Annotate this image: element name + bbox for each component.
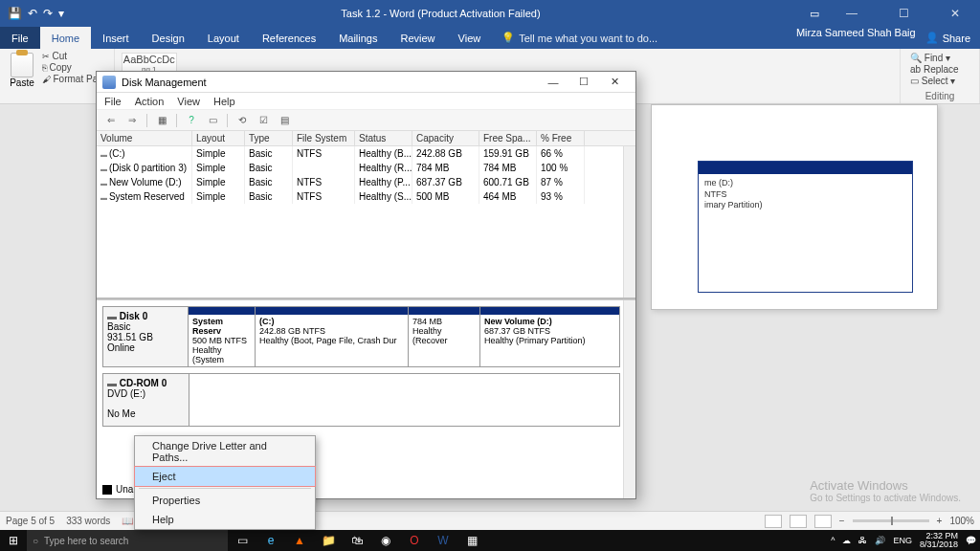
network-icon[interactable]: 🖧 (858, 536, 867, 545)
help-icon[interactable]: ? (183, 113, 200, 128)
col-header[interactable]: Layout (192, 131, 245, 145)
bulb-icon: 💡 (501, 32, 515, 44)
disk-0[interactable]: Disk 0 Basic 931.51 GB Online System Res… (102, 306, 620, 367)
dm-minimize-button[interactable]: ― (538, 77, 568, 88)
minimize-button[interactable]: ― (833, 7, 871, 20)
page-indicator[interactable]: Page 5 of 5 (6, 516, 55, 526)
opera-icon[interactable]: O (400, 534, 429, 547)
qat-more-icon[interactable]: ▾ (58, 7, 64, 20)
tab-file[interactable]: File (0, 27, 40, 49)
disk-mgmt-app-icon (102, 76, 116, 89)
tell-me-search[interactable]: 💡Tell me what you want to do... (492, 27, 667, 49)
disk-mgmt-icon[interactable]: ▦ (457, 534, 486, 547)
chrome-icon[interactable]: ◉ (371, 534, 400, 547)
back-icon[interactable]: ⇐ (102, 113, 120, 128)
col-header[interactable]: % Free (537, 131, 585, 145)
dm-title: Disk Management (122, 77, 538, 88)
action-center-icon[interactable]: 💬 (966, 536, 976, 545)
dm-close-button[interactable]: ✕ (599, 76, 630, 88)
ctx-item-change-drive-letter-and-paths-[interactable]: Change Drive Letter and Paths... (135, 436, 315, 467)
volume-row[interactable]: (C:)SimpleBasicNTFSHealthy (B...242.88 G… (97, 146, 635, 161)
dm-menubar: File Action View Help (97, 93, 635, 110)
close-button[interactable]: ✕ (936, 7, 974, 20)
tab-references[interactable]: References (251, 27, 327, 49)
tab-view[interactable]: View (447, 27, 493, 49)
tray-up-icon[interactable]: ^ (831, 536, 835, 545)
paste-button[interactable]: Paste (6, 51, 38, 101)
taskbar-search[interactable]: ○ Type here to search (27, 530, 228, 551)
refresh-icon[interactable]: ▦ (153, 113, 170, 128)
embedded-image: me (D:) NTFS imary Partition) (698, 161, 913, 293)
document-page: me (D:) NTFS imary Partition) (651, 104, 938, 310)
ctx-item-eject[interactable]: Eject (134, 466, 316, 487)
lang-indicator[interactable]: ENG (893, 536, 912, 545)
menu-file[interactable]: File (104, 96, 122, 107)
col-header[interactable]: Status (355, 131, 412, 145)
zoom-in-button[interactable]: + (937, 516, 943, 526)
col-header[interactable]: Capacity (412, 131, 479, 145)
user-name[interactable]: Mirza Sameed Shah Baig (796, 27, 916, 49)
zoom-out-button[interactable]: − (839, 516, 845, 526)
partition[interactable]: (C:)242.88 GB NTFSHealthy (Boot, Page Fi… (256, 307, 409, 366)
dm-toolbar: ⇐ ⇒ ▦ ? ▭ ⟲ ☑ ▤ (97, 110, 635, 131)
col-header[interactable]: Free Spa... (479, 131, 537, 145)
select-button[interactable]: ▭ Select ▾ (910, 76, 969, 86)
start-button[interactable]: ⊞ (0, 534, 27, 547)
list-icon[interactable]: ☑ (255, 113, 272, 128)
zoom-level[interactable]: 100% (949, 516, 974, 526)
vlc-icon[interactable]: ▲ (285, 534, 314, 547)
partition[interactable]: System Reserv500 MB NTFSHealthy (System (189, 307, 256, 366)
context-menu: Change Drive Letter and Paths...EjectPro… (134, 435, 316, 530)
store-icon[interactable]: 🛍 (343, 534, 371, 547)
volume-list: VolumeLayoutTypeFile SystemStatusCapacit… (97, 131, 635, 300)
print-layout-button[interactable] (790, 515, 807, 528)
share-button[interactable]: 👤Share (916, 27, 980, 49)
cdrom-0[interactable]: CD-ROM 0 DVD (E:) No Me (102, 373, 620, 427)
read-mode-button[interactable] (765, 515, 782, 528)
word-count[interactable]: 333 words (66, 516, 110, 526)
tab-review[interactable]: Review (390, 27, 447, 49)
replace-button[interactable]: ab Replace (910, 64, 969, 75)
partition[interactable]: New Volume (D:)687.37 GB NTFSHealthy (Pr… (480, 307, 619, 366)
redo-icon[interactable]: ↷ (43, 7, 53, 20)
cut-button[interactable]: Cut (42, 51, 108, 61)
undo-icon[interactable]: ↶ (28, 7, 37, 20)
tab-layout[interactable]: Layout (196, 27, 251, 49)
tab-mailings[interactable]: Mailings (327, 27, 389, 49)
ribbon-opts-icon[interactable]: ▭ (810, 8, 819, 20)
clock[interactable]: 2:32 PM8/31/2018 (920, 532, 958, 549)
task-view-icon[interactable]: ▭ (228, 534, 256, 547)
find-button[interactable]: 🔍 Find ▾ (910, 53, 969, 63)
spell-icon[interactable]: 📖 (122, 516, 133, 526)
word-icon[interactable]: W (429, 534, 457, 547)
menu-view[interactable]: View (177, 96, 200, 107)
volume-row[interactable]: New Volume (D:)SimpleBasicNTFSHealthy (P… (97, 175, 635, 189)
volume-icon[interactable]: 🔊 (875, 536, 885, 545)
menu-action[interactable]: Action (135, 96, 165, 107)
ctx-item-properties[interactable]: Properties (135, 491, 315, 510)
col-header[interactable]: File System (293, 131, 355, 145)
volume-row[interactable]: (Disk 0 partition 3)SimpleBasicHealthy (… (97, 161, 635, 175)
volume-row[interactable]: System ReservedSimpleBasicNTFSHealthy (S… (97, 189, 635, 204)
save-icon[interactable]: 💾 (8, 7, 22, 20)
action-icon[interactable]: ⟲ (234, 113, 251, 128)
col-header[interactable]: Volume (97, 131, 192, 145)
forward-icon[interactable]: ⇒ (123, 113, 141, 128)
web-layout-button[interactable] (814, 515, 832, 528)
menu-help[interactable]: Help (213, 96, 235, 107)
tab-home[interactable]: Home (40, 27, 91, 49)
ctx-item-help[interactable]: Help (135, 510, 315, 529)
col-header[interactable]: Type (245, 131, 293, 145)
cortana-icon: ○ (33, 536, 38, 546)
dm-maximize-button[interactable]: ☐ (568, 76, 599, 88)
explorer-icon[interactable]: 📁 (314, 534, 343, 547)
tab-insert[interactable]: Insert (91, 27, 141, 49)
onedrive-icon[interactable]: ☁ (842, 536, 851, 545)
tab-design[interactable]: Design (141, 27, 196, 49)
maximize-button[interactable]: ☐ (884, 7, 923, 20)
edge-icon[interactable]: e (256, 534, 285, 547)
partition[interactable]: 784 MBHealthy (Recover (409, 307, 480, 366)
zoom-slider[interactable] (853, 519, 929, 522)
grid-icon[interactable]: ▤ (276, 113, 293, 128)
settings-icon[interactable]: ▭ (204, 113, 221, 128)
